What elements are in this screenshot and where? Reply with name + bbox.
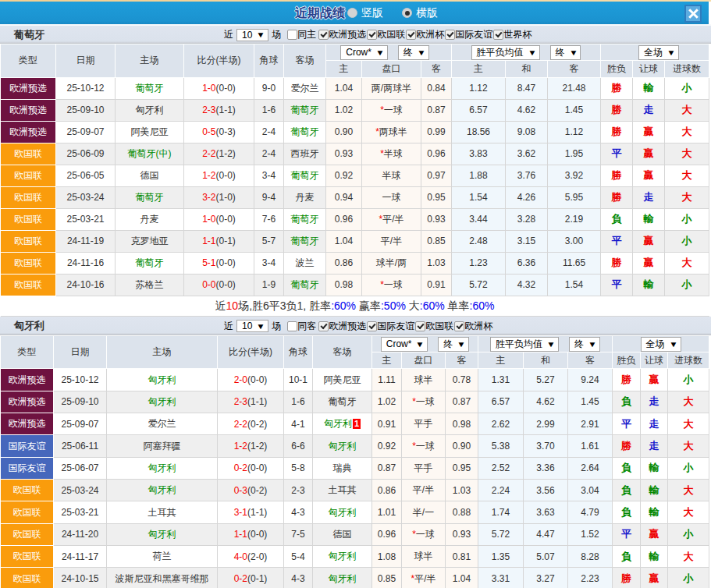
header-select-group: Crow*▼终▼ bbox=[372, 337, 478, 352]
handicap-line-text: 一球 bbox=[416, 441, 435, 452]
layout-radio-group: 竖版横版 bbox=[347, 2, 457, 24]
home-team[interactable]: 苏格兰 bbox=[116, 274, 184, 296]
home-team[interactable]: 匈牙利 bbox=[116, 99, 184, 121]
avg-select[interactable]: 胜平负均值▼ bbox=[471, 45, 540, 60]
match-date: 24-11-20 bbox=[54, 523, 107, 545]
home-team[interactable]: 匈牙利 bbox=[107, 369, 218, 391]
home-team[interactable]: 匈牙利 bbox=[107, 480, 218, 501]
home-team[interactable]: 德国 bbox=[116, 165, 184, 186]
away-team[interactable]: 葡萄牙 bbox=[284, 99, 326, 121]
away-team[interactable]: 匈牙利1 bbox=[313, 413, 372, 435]
competition-filter[interactable]: 欧洲预选 bbox=[318, 28, 366, 41]
competition-filter[interactable]: 欧洲预选 bbox=[318, 320, 366, 333]
odds-time-select[interactable]: 终▼ bbox=[438, 337, 469, 352]
match-score: 0-3(0-2) bbox=[218, 480, 284, 501]
same-venue-checkbox[interactable] bbox=[287, 30, 297, 40]
away-team[interactable]: 匈牙利 bbox=[313, 435, 372, 457]
games-count-select[interactable]: 10▼ bbox=[236, 29, 268, 41]
handicap-line: *一球 bbox=[402, 435, 446, 457]
close-button[interactable] bbox=[684, 5, 702, 23]
competition-checkbox[interactable] bbox=[493, 30, 503, 40]
avg-select[interactable]: 胜平负均值▼ bbox=[490, 337, 559, 352]
layout-radio-label[interactable]: 横版 bbox=[416, 6, 438, 20]
same-venue-checkbox[interactable] bbox=[287, 321, 297, 331]
home-team[interactable]: 爱尔兰 bbox=[107, 413, 218, 435]
home-team[interactable]: 阿塞拜疆 bbox=[107, 435, 218, 457]
away-team[interactable]: 爱尔兰 bbox=[284, 77, 326, 99]
away-team[interactable]: 阿美尼亚 bbox=[313, 369, 372, 391]
handicap-line: 平手 bbox=[402, 413, 446, 435]
competition-filter[interactable]: 世界杯 bbox=[493, 28, 531, 41]
home-team[interactable]: 匈牙利 bbox=[107, 523, 218, 545]
odds-home-value: 0.96 bbox=[372, 523, 402, 545]
competition-checkbox[interactable] bbox=[406, 30, 416, 40]
home-team[interactable]: 波斯尼亚和黑塞哥维那 bbox=[107, 568, 218, 588]
competition-checkbox[interactable] bbox=[367, 321, 377, 331]
games-count-select[interactable]: 10▼ bbox=[236, 320, 268, 332]
away-team[interactable]: 葡萄牙 bbox=[284, 274, 326, 296]
competition-checkbox[interactable] bbox=[415, 321, 425, 331]
avg-time-select[interactable]: 终▼ bbox=[569, 337, 600, 352]
home-team[interactable]: 匈牙利 bbox=[107, 391, 218, 413]
away-team[interactable]: 葡萄牙 bbox=[284, 230, 326, 252]
bookmaker-select[interactable]: Crow*▼ bbox=[340, 45, 388, 60]
competition-filter[interactable]: 欧国联 bbox=[415, 320, 453, 333]
odds-time-select[interactable]: 终▼ bbox=[398, 45, 429, 60]
competition-label: 欧洲预选 bbox=[329, 28, 366, 41]
avg-time-select[interactable]: 终▼ bbox=[550, 45, 581, 60]
home-team[interactable]: 葡萄牙 bbox=[116, 77, 184, 99]
away-team[interactable]: 匈牙利 bbox=[313, 568, 372, 588]
away-team[interactable]: 葡萄牙 bbox=[284, 208, 326, 230]
home-team[interactable]: 丹麦 bbox=[116, 208, 184, 230]
competition-checkbox[interactable] bbox=[318, 321, 329, 331]
same-venue-filter[interactable]: 同客 bbox=[287, 320, 316, 333]
match-row: 欧国联24-11-20匈牙利1-1(0-0)7-5德国0.96*一球0.935.… bbox=[1, 523, 709, 545]
away-team[interactable]: 西班牙 bbox=[284, 143, 326, 165]
result-wdl: 勝 bbox=[601, 186, 633, 208]
scope-select[interactable]: 全场▼ bbox=[638, 45, 679, 60]
away-team[interactable]: 匈牙利 bbox=[313, 501, 372, 523]
chevron-down-icon: ▼ bbox=[257, 30, 265, 39]
competition-filter[interactable]: 欧洲杯 bbox=[406, 28, 444, 41]
layout-radio-horizontal[interactable] bbox=[402, 8, 412, 18]
halftime-score: (0-0) bbox=[216, 214, 236, 225]
competition-type-badge: 欧国联 bbox=[1, 501, 54, 523]
games-count-value: 10 bbox=[242, 30, 252, 41]
match-date: 24-10-16 bbox=[56, 274, 116, 296]
home-team[interactable]: 土耳其 bbox=[107, 501, 218, 523]
same-venue-filter[interactable]: 同主 bbox=[287, 28, 316, 41]
competition-checkbox[interactable] bbox=[367, 30, 377, 40]
odds-home-value: 0.86 bbox=[372, 480, 402, 501]
home-team[interactable]: 荷兰 bbox=[107, 546, 218, 568]
home-team[interactable]: 葡萄牙(中) bbox=[116, 143, 184, 165]
bookmaker-select[interactable]: Crow*▼ bbox=[381, 337, 428, 352]
away-team[interactable]: 土耳其 bbox=[313, 480, 372, 501]
competition-filter[interactable]: 国际友谊 bbox=[367, 320, 414, 333]
competition-filter[interactable]: 欧洲杯 bbox=[454, 320, 492, 333]
layout-radio-vertical[interactable] bbox=[347, 8, 357, 18]
competition-filter[interactable]: 国际友谊 bbox=[445, 28, 492, 41]
away-team[interactable]: 德国 bbox=[313, 523, 372, 545]
home-team[interactable]: 葡萄牙 bbox=[116, 252, 184, 274]
home-team[interactable]: 葡萄牙 bbox=[116, 186, 184, 208]
odds-away-value: 0.95 bbox=[421, 186, 452, 208]
away-team[interactable]: 葡萄牙 bbox=[313, 391, 372, 413]
competition-checkbox[interactable] bbox=[318, 30, 329, 40]
away-team[interactable]: 瑞典 bbox=[313, 457, 372, 479]
competition-filter[interactable]: 欧国联 bbox=[367, 28, 405, 41]
scope-select[interactable]: 全场▼ bbox=[641, 337, 681, 352]
chevron-down-icon: ▼ bbox=[528, 48, 536, 57]
away-team[interactable]: 丹麦 bbox=[284, 186, 326, 208]
home-team[interactable]: 阿美尼亚 bbox=[116, 121, 184, 143]
away-team[interactable]: 葡萄牙 bbox=[284, 121, 326, 143]
avg-away-value: 21.48 bbox=[548, 77, 601, 99]
competition-checkbox[interactable] bbox=[445, 30, 455, 40]
home-team[interactable]: 匈牙利 bbox=[107, 457, 218, 479]
away-team[interactable]: 波兰 bbox=[284, 252, 326, 274]
home-team[interactable]: 克罗地亚 bbox=[116, 230, 184, 252]
away-team[interactable]: 匈牙利 bbox=[313, 546, 372, 568]
away-team[interactable]: 葡萄牙 bbox=[284, 165, 326, 186]
fulltime-score: 2-3 bbox=[202, 104, 215, 115]
competition-checkbox[interactable] bbox=[454, 321, 464, 331]
layout-radio-label[interactable]: 竖版 bbox=[361, 6, 383, 20]
